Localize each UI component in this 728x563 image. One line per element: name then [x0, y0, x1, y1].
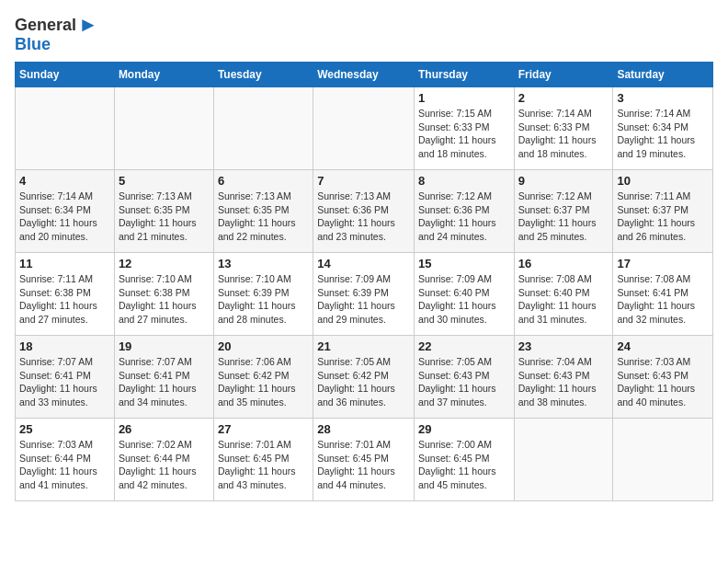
calendar-cell: 8Sunrise: 7:12 AM Sunset: 6:36 PM Daylig…	[414, 170, 514, 253]
day-info: Sunrise: 7:09 AM Sunset: 6:40 PM Dayligh…	[418, 272, 510, 327]
day-info: Sunrise: 7:03 AM Sunset: 6:43 PM Dayligh…	[617, 355, 709, 409]
day-number: 8	[418, 174, 510, 188]
day-info: Sunrise: 7:08 AM Sunset: 6:41 PM Dayligh…	[617, 272, 709, 327]
day-number: 9	[518, 174, 609, 188]
day-number: 21	[317, 339, 410, 353]
day-info: Sunrise: 7:11 AM Sunset: 6:38 PM Dayligh…	[19, 272, 110, 327]
calendar-cell: 19Sunrise: 7:07 AM Sunset: 6:41 PM Dayli…	[114, 336, 213, 419]
logo-text-general: General	[15, 16, 76, 35]
day-number: 3	[617, 91, 709, 105]
day-number: 28	[317, 422, 410, 436]
calendar-body: 1Sunrise: 7:15 AM Sunset: 6:33 PM Daylig…	[16, 87, 713, 501]
day-info: Sunrise: 7:00 AM Sunset: 6:45 PM Dayligh…	[418, 438, 510, 492]
day-number: 4	[19, 174, 110, 188]
day-number: 23	[518, 339, 609, 353]
day-number: 10	[617, 174, 709, 188]
calendar-cell: 24Sunrise: 7:03 AM Sunset: 6:43 PM Dayli…	[613, 336, 713, 419]
calendar-cell: 12Sunrise: 7:10 AM Sunset: 6:38 PM Dayli…	[114, 253, 213, 336]
calendar-cell: 3Sunrise: 7:14 AM Sunset: 6:34 PM Daylig…	[613, 87, 713, 170]
header-saturday: Saturday	[613, 63, 713, 87]
calendar-cell	[313, 87, 415, 170]
day-info: Sunrise: 7:13 AM Sunset: 6:36 PM Dayligh…	[317, 190, 410, 244]
week-row-1: 1Sunrise: 7:15 AM Sunset: 6:33 PM Daylig…	[16, 87, 713, 170]
day-info: Sunrise: 7:14 AM Sunset: 6:34 PM Dayligh…	[617, 107, 709, 161]
day-info: Sunrise: 7:15 AM Sunset: 6:33 PM Dayligh…	[418, 107, 510, 161]
calendar-cell: 26Sunrise: 7:02 AM Sunset: 6:44 PM Dayli…	[114, 419, 213, 501]
calendar-cell: 21Sunrise: 7:05 AM Sunset: 6:42 PM Dayli…	[313, 336, 415, 419]
day-number: 18	[19, 339, 110, 353]
calendar-cell: 25Sunrise: 7:03 AM Sunset: 6:44 PM Dayli…	[16, 419, 115, 501]
day-info: Sunrise: 7:09 AM Sunset: 6:39 PM Dayligh…	[317, 272, 410, 327]
header: General ► Blue	[15, 15, 713, 54]
calendar-cell: 27Sunrise: 7:01 AM Sunset: 6:45 PM Dayli…	[213, 419, 313, 501]
day-info: Sunrise: 7:13 AM Sunset: 6:35 PM Dayligh…	[119, 190, 210, 244]
day-number: 6	[218, 174, 309, 188]
calendar-cell: 6Sunrise: 7:13 AM Sunset: 6:35 PM Daylig…	[213, 170, 313, 253]
day-info: Sunrise: 7:08 AM Sunset: 6:40 PM Dayligh…	[518, 272, 609, 327]
week-row-5: 25Sunrise: 7:03 AM Sunset: 6:44 PM Dayli…	[16, 419, 713, 501]
day-number: 12	[119, 257, 210, 270]
logo-text-blue: Blue	[15, 35, 51, 54]
day-number: 17	[617, 257, 709, 270]
calendar-cell: 23Sunrise: 7:04 AM Sunset: 6:43 PM Dayli…	[514, 336, 613, 419]
calendar-table: SundayMondayTuesdayWednesdayThursdayFrid…	[15, 62, 713, 501]
calendar-cell: 15Sunrise: 7:09 AM Sunset: 6:40 PM Dayli…	[414, 253, 514, 336]
calendar-cell: 29Sunrise: 7:00 AM Sunset: 6:45 PM Dayli…	[414, 419, 514, 501]
header-sunday: Sunday	[16, 63, 115, 87]
day-info: Sunrise: 7:07 AM Sunset: 6:41 PM Dayligh…	[19, 355, 110, 409]
calendar-cell	[613, 419, 713, 501]
calendar-cell: 22Sunrise: 7:05 AM Sunset: 6:43 PM Dayli…	[414, 336, 514, 419]
week-row-3: 11Sunrise: 7:11 AM Sunset: 6:38 PM Dayli…	[16, 253, 713, 336]
day-number: 29	[418, 422, 510, 436]
day-info: Sunrise: 7:10 AM Sunset: 6:39 PM Dayligh…	[218, 272, 309, 327]
day-number: 25	[19, 422, 110, 436]
day-number: 22	[418, 339, 510, 353]
day-info: Sunrise: 7:10 AM Sunset: 6:38 PM Dayligh…	[119, 272, 210, 327]
day-number: 1	[418, 91, 510, 105]
logo-bird-icon: ►	[78, 15, 98, 35]
logo-graphic: General ► Blue	[15, 15, 98, 54]
day-info: Sunrise: 7:12 AM Sunset: 6:36 PM Dayligh…	[418, 190, 510, 244]
calendar-cell: 7Sunrise: 7:13 AM Sunset: 6:36 PM Daylig…	[313, 170, 415, 253]
header-monday: Monday	[114, 63, 213, 87]
day-number: 19	[119, 339, 210, 353]
calendar-cell: 17Sunrise: 7:08 AM Sunset: 6:41 PM Dayli…	[613, 253, 713, 336]
calendar-cell	[114, 87, 213, 170]
day-info: Sunrise: 7:02 AM Sunset: 6:44 PM Dayligh…	[119, 438, 210, 492]
calendar-cell: 2Sunrise: 7:14 AM Sunset: 6:33 PM Daylig…	[514, 87, 613, 170]
day-info: Sunrise: 7:03 AM Sunset: 6:44 PM Dayligh…	[19, 438, 110, 492]
calendar-cell: 14Sunrise: 7:09 AM Sunset: 6:39 PM Dayli…	[313, 253, 415, 336]
calendar-cell: 16Sunrise: 7:08 AM Sunset: 6:40 PM Dayli…	[514, 253, 613, 336]
day-number: 13	[218, 257, 309, 270]
header-wednesday: Wednesday	[313, 63, 415, 87]
calendar-cell: 11Sunrise: 7:11 AM Sunset: 6:38 PM Dayli…	[16, 253, 115, 336]
week-row-2: 4Sunrise: 7:14 AM Sunset: 6:34 PM Daylig…	[16, 170, 713, 253]
day-info: Sunrise: 7:12 AM Sunset: 6:37 PM Dayligh…	[518, 190, 609, 244]
calendar-cell	[16, 87, 115, 170]
day-number: 11	[19, 257, 110, 270]
calendar-cell: 13Sunrise: 7:10 AM Sunset: 6:39 PM Dayli…	[213, 253, 313, 336]
day-number: 15	[418, 257, 510, 270]
day-number: 24	[617, 339, 709, 353]
day-info: Sunrise: 7:13 AM Sunset: 6:35 PM Dayligh…	[218, 190, 309, 244]
day-info: Sunrise: 7:05 AM Sunset: 6:43 PM Dayligh…	[418, 355, 510, 409]
header-tuesday: Tuesday	[213, 63, 313, 87]
calendar-cell: 28Sunrise: 7:01 AM Sunset: 6:45 PM Dayli…	[313, 419, 415, 501]
calendar-cell	[514, 419, 613, 501]
calendar-cell: 5Sunrise: 7:13 AM Sunset: 6:35 PM Daylig…	[114, 170, 213, 253]
day-info: Sunrise: 7:05 AM Sunset: 6:42 PM Dayligh…	[317, 355, 410, 409]
day-info: Sunrise: 7:14 AM Sunset: 6:33 PM Dayligh…	[518, 107, 609, 161]
calendar-cell: 9Sunrise: 7:12 AM Sunset: 6:37 PM Daylig…	[514, 170, 613, 253]
day-info: Sunrise: 7:07 AM Sunset: 6:41 PM Dayligh…	[119, 355, 210, 409]
day-number: 7	[317, 174, 410, 188]
week-row-4: 18Sunrise: 7:07 AM Sunset: 6:41 PM Dayli…	[16, 336, 713, 419]
day-info: Sunrise: 7:01 AM Sunset: 6:45 PM Dayligh…	[218, 438, 309, 492]
calendar-cell: 1Sunrise: 7:15 AM Sunset: 6:33 PM Daylig…	[414, 87, 514, 170]
day-info: Sunrise: 7:06 AM Sunset: 6:42 PM Dayligh…	[218, 355, 309, 409]
header-thursday: Thursday	[414, 63, 514, 87]
calendar-header-row: SundayMondayTuesdayWednesdayThursdayFrid…	[16, 63, 713, 87]
day-info: Sunrise: 7:04 AM Sunset: 6:43 PM Dayligh…	[518, 355, 609, 409]
logo: General ► Blue	[15, 15, 98, 54]
calendar-cell: 18Sunrise: 7:07 AM Sunset: 6:41 PM Dayli…	[16, 336, 115, 419]
calendar-cell	[213, 87, 313, 170]
